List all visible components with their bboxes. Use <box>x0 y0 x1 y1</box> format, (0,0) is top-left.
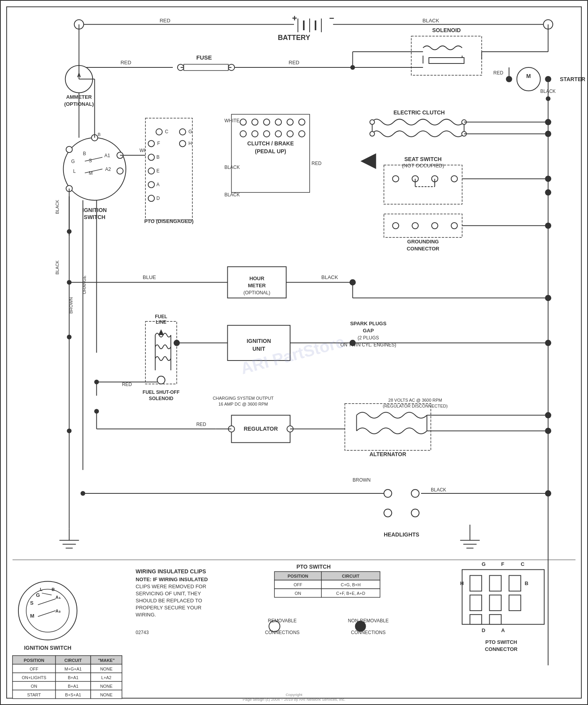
svg-point-102 <box>252 119 258 125</box>
svg-text:B: B <box>83 151 86 156</box>
svg-text:B+A1: B+A1 <box>68 684 78 689</box>
svg-point-106 <box>299 119 305 125</box>
svg-text:D: D <box>156 196 160 201</box>
svg-text:HOUR: HOUR <box>249 275 265 281</box>
svg-text:M+G+A1: M+G+A1 <box>65 667 82 671</box>
svg-rect-129 <box>384 165 462 204</box>
svg-text:(NOT OCCUPIED): (NOT OCCUPIED) <box>402 163 444 169</box>
svg-point-135 <box>451 176 457 182</box>
svg-point-144 <box>412 223 418 229</box>
svg-point-122 <box>370 132 374 136</box>
svg-rect-32 <box>184 64 229 71</box>
svg-text:C: C <box>521 561 524 567</box>
svg-text:A₁: A₁ <box>56 595 61 600</box>
svg-text:NONE: NONE <box>100 684 113 689</box>
svg-text:CONNECTIONS: CONNECTIONS <box>265 630 299 635</box>
svg-point-101 <box>240 119 246 125</box>
svg-text:SERVICING OF UNIT, THEY: SERVICING OF UNIT, THEY <box>136 591 201 596</box>
svg-point-179 <box>157 376 165 384</box>
svg-text:NONE: NONE <box>100 692 113 697</box>
svg-text:G: G <box>36 592 40 598</box>
svg-text:RED: RED <box>122 382 132 387</box>
svg-text:F: F <box>157 141 160 146</box>
svg-rect-16 <box>411 36 482 75</box>
svg-text:IGNITION: IGNITION <box>82 207 107 213</box>
svg-text:ON+LIGHTS: ON+LIGHTS <box>22 675 46 680</box>
svg-point-91 <box>148 168 154 174</box>
svg-rect-321 <box>490 595 501 611</box>
svg-rect-317 <box>470 575 482 591</box>
svg-point-239 <box>67 335 72 339</box>
svg-text:REGULATOR: REGULATOR <box>244 426 278 432</box>
svg-rect-322 <box>509 595 521 611</box>
svg-text:CONNECTIONS: CONNECTIONS <box>351 630 385 635</box>
svg-text:NON-REMOVABLE: NON-REMOVABLE <box>348 618 388 623</box>
svg-point-83 <box>180 129 186 135</box>
svg-point-89 <box>148 154 154 160</box>
svg-text:CIRCUIT: CIRCUIT <box>64 658 82 663</box>
svg-point-87 <box>180 140 186 147</box>
svg-text:FUSE: FUSE <box>196 54 212 61</box>
svg-text:CHARGING SYSTEM OUTPUT: CHARGING SYSTEM OUTPUT <box>213 396 274 401</box>
svg-text:−: − <box>329 13 334 23</box>
svg-text:WIRING INSULATED CLIPS: WIRING INSULATED CLIPS <box>136 568 206 575</box>
svg-point-44 <box>545 76 551 82</box>
svg-point-244 <box>26 589 69 632</box>
svg-text:SHOULD BE REPLACED TO: SHOULD BE REPLACED TO <box>136 598 202 604</box>
svg-text:ORANGE: ORANGE <box>82 275 87 294</box>
svg-point-228 <box>545 490 551 497</box>
svg-text:FUEL SHUT-OFF: FUEL SHUT-OFF <box>143 390 180 395</box>
svg-text:M: M <box>526 73 531 79</box>
svg-point-146 <box>451 223 457 229</box>
svg-text:LINE: LINE <box>156 319 166 325</box>
svg-text:ON: ON <box>31 684 38 689</box>
svg-point-112 <box>299 131 305 137</box>
svg-text:(OPTIONAL): (OPTIONAL) <box>243 290 270 295</box>
svg-point-104 <box>275 119 281 125</box>
svg-point-103 <box>263 119 270 125</box>
svg-text:CONNECTOR: CONNECTOR <box>485 646 518 652</box>
svg-text:CONNECTOR: CONNECTOR <box>407 246 439 252</box>
svg-text:G: G <box>189 129 192 134</box>
svg-point-223 <box>411 489 419 497</box>
svg-text:C+G, B+H: C+G, B+H <box>341 582 361 587</box>
svg-text:B+S+A1: B+S+A1 <box>65 692 81 697</box>
svg-text:G: G <box>71 159 75 164</box>
svg-text:WIRING.: WIRING. <box>136 612 156 618</box>
svg-point-188 <box>174 340 180 346</box>
svg-text:(PEDAL UP): (PEDAL UP) <box>255 148 286 154</box>
svg-text:D: D <box>482 627 485 633</box>
svg-text:NONE: NONE <box>100 667 113 671</box>
svg-text:H: H <box>460 580 464 586</box>
svg-point-110 <box>275 131 281 137</box>
diagram-container: + − RED BLACK BATTERY SOLENOID <box>0 0 588 705</box>
svg-text:BLACK: BLACK <box>321 274 338 280</box>
svg-point-120 <box>370 120 374 125</box>
svg-point-108 <box>252 131 258 137</box>
svg-text:B: B <box>156 154 160 160</box>
svg-text:PTO (DISENGAGED): PTO (DISENGAGED) <box>144 218 194 224</box>
svg-text:POSITION: POSITION <box>288 574 308 578</box>
svg-point-72 <box>117 168 123 174</box>
svg-text:L: L <box>73 169 76 174</box>
svg-text:POSITION: POSITION <box>24 658 44 663</box>
svg-point-225 <box>411 509 419 517</box>
svg-point-69 <box>66 146 73 152</box>
svg-text:B: B <box>98 132 100 137</box>
svg-text:NOTE: IF WIRING INSULATED: NOTE: IF WIRING INSULATED <box>136 576 208 582</box>
svg-text:"MAKE": "MAKE" <box>98 658 115 663</box>
svg-point-222 <box>384 489 392 497</box>
svg-text:S: S <box>89 158 92 163</box>
svg-text:S: S <box>30 600 34 606</box>
svg-text:HEADLIGHTS: HEADLIGHTS <box>384 531 419 538</box>
svg-text:E: E <box>156 168 160 174</box>
svg-text:IGNITION: IGNITION <box>247 338 271 344</box>
svg-text:02743: 02743 <box>136 630 149 635</box>
svg-text:UNIT: UNIT <box>252 346 265 352</box>
svg-text:RED: RED <box>160 18 170 24</box>
svg-text:CIRCUIT: CIRCUIT <box>342 574 359 578</box>
svg-point-143 <box>392 223 399 229</box>
svg-text:C: C <box>165 129 169 134</box>
svg-text:STARTER: STARTER <box>560 76 585 82</box>
svg-text:ALTERNATOR: ALTERNATOR <box>369 451 406 457</box>
